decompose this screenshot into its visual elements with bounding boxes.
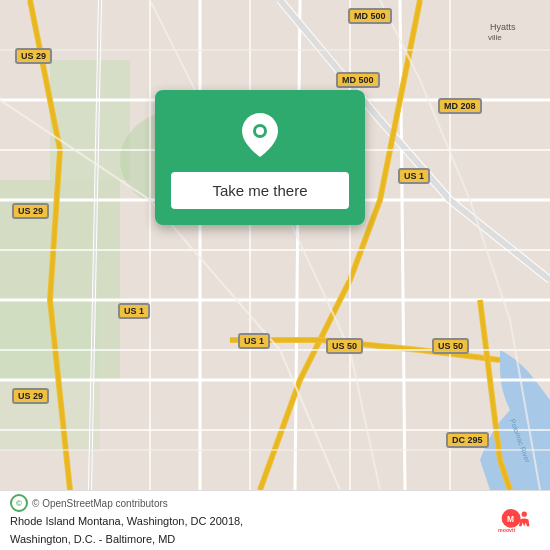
address-line2: Washington, D.C. - Baltimore, MD [10,532,498,547]
road-badge-us50-right: US 50 [432,338,469,354]
map-background: Hyatts ville Potomac River [0,0,550,490]
svg-point-28 [256,127,264,135]
svg-text:ville: ville [488,33,502,42]
svg-text:Hyatts: Hyatts [490,22,516,32]
footer-left: © © OpenStreetMap contributors Rhode Isl… [10,494,498,547]
osm-logo: © [10,494,28,512]
svg-text:moovit: moovit [498,527,515,533]
osm-attribution: © © OpenStreetMap contributors [10,494,498,512]
address-line1: Rhode Island Montana, Washington, DC 200… [10,514,498,529]
moovit-logo: M moovit [498,505,540,537]
footer: © © OpenStreetMap contributors Rhode Isl… [0,490,550,550]
svg-point-31 [522,511,527,516]
road-badge-us1-left: US 1 [118,303,150,319]
map-container: Hyatts ville Potomac River US 29 MD 500 … [0,0,550,490]
road-badge-md208: MD 208 [438,98,482,114]
road-badge-us29-bot: US 29 [12,388,49,404]
road-badge-us29-top: US 29 [15,48,52,64]
svg-text:M: M [507,513,514,523]
map-pin-icon [239,110,281,160]
moovit-icon-svg: M moovit [498,505,540,537]
road-badge-us1-mid: US 1 [238,333,270,349]
osm-attribution-text: © OpenStreetMap contributors [32,498,168,509]
take-me-there-button[interactable]: Take me there [171,172,349,209]
location-card: Take me there [155,90,365,225]
road-badge-us29-mid: US 29 [12,203,49,219]
road-badge-md500-top: MD 500 [348,8,392,24]
road-badge-md500-mid: MD 500 [336,72,380,88]
road-badge-us50-left: US 50 [326,338,363,354]
road-badge-us1-top: US 1 [398,168,430,184]
road-badge-dc295: DC 295 [446,432,489,448]
